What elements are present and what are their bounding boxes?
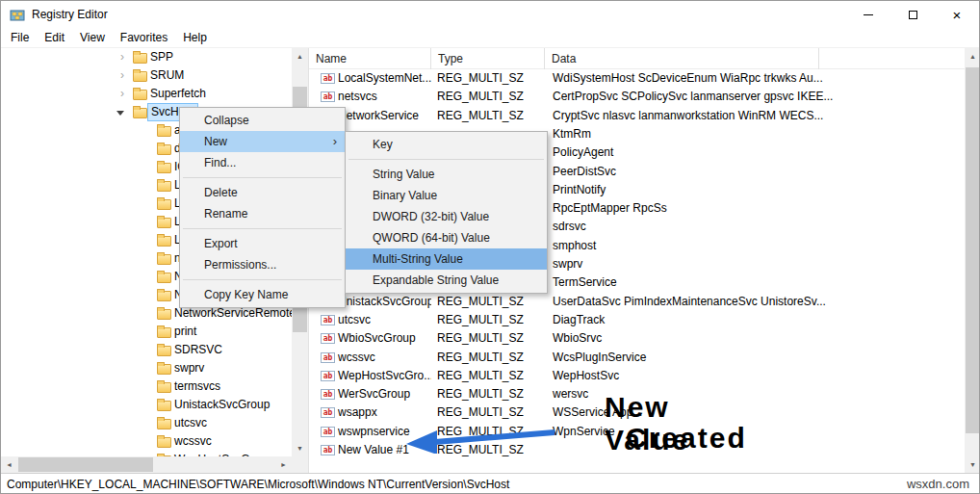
scroll-left-icon[interactable]: ◄ bbox=[1, 456, 17, 473]
selected-key-path: Computer\HKEY_LOCAL_MACHINE\SOFTWARE\Mic… bbox=[7, 478, 509, 491]
value-data: WbioSrvc bbox=[545, 329, 965, 348]
new-submenu: KeyString ValueBinary ValueDWORD (32-bit… bbox=[345, 131, 548, 294]
menu-favorites[interactable]: Favorites bbox=[113, 28, 175, 48]
value-row-wcssvc[interactable]: abwcssvc REG_MULTI_SZ WcsPlugInService bbox=[309, 349, 965, 367]
list-scrollbar-thumb[interactable] bbox=[966, 67, 980, 433]
value-data: TermService bbox=[545, 273, 965, 292]
menu-view[interactable]: View bbox=[72, 28, 113, 48]
folder-icon bbox=[157, 419, 171, 429]
menu-edit[interactable]: Edit bbox=[37, 28, 72, 48]
maximize-button[interactable] bbox=[890, 1, 935, 28]
value-row-localsystemnet[interactable]: abLocalSystemNet... REG_MULTI_SZ WdiSyst… bbox=[309, 69, 965, 88]
value-row-new-value-#1[interactable]: abNew Value #1 REG_MULTI_SZ bbox=[309, 441, 965, 459]
value-data: WpnService bbox=[545, 423, 965, 441]
tree-horizontal-scrollbar[interactable]: ◄ ► bbox=[1, 456, 292, 473]
tree-item-print[interactable]: print bbox=[1, 323, 292, 341]
tree-item-label: UnistackSvcGroup bbox=[171, 396, 272, 414]
column-header-name[interactable]: Name bbox=[309, 48, 431, 69]
reg-multi-sz-icon: ab bbox=[321, 371, 335, 381]
list-vertical-scrollbar[interactable]: ▲ ▼ bbox=[965, 48, 980, 473]
value-row-wsappx[interactable]: abwsappx REG_MULTI_SZ WSService App... bbox=[309, 403, 965, 422]
value-data: PeerDistSvc bbox=[545, 163, 965, 181]
context-menu-item-copy-key-name[interactable]: Copy Key Name bbox=[180, 284, 345, 305]
submenu-item-dword-32-bit-value[interactable]: DWORD (32-bit) Value bbox=[346, 206, 547, 227]
tree-item-label: SRUM bbox=[147, 66, 187, 85]
submenu-item-multi-string-value[interactable]: Multi-String Value bbox=[346, 248, 547, 270]
context-menu-item-collapse[interactable]: Collapse bbox=[180, 110, 345, 131]
context-menu-item-export[interactable]: Export bbox=[180, 233, 345, 254]
minimize-icon bbox=[864, 14, 873, 15]
reg-multi-sz-icon: ab bbox=[321, 407, 335, 418]
scroll-up-icon[interactable]: ▲ bbox=[292, 48, 308, 65]
folder-icon bbox=[157, 199, 171, 210]
scroll-down-icon[interactable]: ▼ bbox=[292, 440, 308, 456]
chevron-down-icon[interactable] bbox=[116, 111, 124, 116]
folder-icon bbox=[157, 273, 171, 283]
tree-item-superfetch[interactable]: › Superfetch bbox=[1, 85, 292, 103]
submenu-item-string-value[interactable]: String Value bbox=[346, 164, 547, 185]
column-header-type[interactable]: Type bbox=[431, 48, 545, 69]
value-data: WSService App... bbox=[545, 403, 965, 422]
chevron-right-icon[interactable]: › bbox=[116, 85, 128, 103]
close-button[interactable]: × bbox=[935, 1, 979, 28]
tree-item-termsvcs[interactable]: termsvcs bbox=[1, 377, 292, 396]
tree-item-sdrsvc[interactable]: SDRSVC bbox=[1, 341, 292, 359]
chevron-right-icon[interactable]: › bbox=[116, 48, 128, 66]
tree-item-spp[interactable]: › SPP bbox=[1, 48, 292, 66]
submenu-item-qword-64-bit-value[interactable]: QWORD (64-bit) Value bbox=[346, 227, 547, 248]
value-row-wersvcgroup[interactable]: abWerSvcGroup REG_MULTI_SZ wersvc bbox=[309, 385, 965, 403]
column-header-data[interactable]: Data bbox=[545, 48, 819, 69]
list-header: NameTypeData bbox=[309, 48, 965, 69]
context-menu-item-permissions[interactable]: Permissions... bbox=[180, 254, 345, 275]
value-name: abWepHostSvcGro... bbox=[309, 367, 431, 385]
context-menu-item-rename[interactable]: Rename bbox=[180, 203, 345, 224]
value-row-utcsvc[interactable]: abutcsvc REG_MULTI_SZ DiagTrack bbox=[309, 311, 965, 329]
reg-multi-sz-icon: ab bbox=[321, 73, 335, 84]
tree-item-swprv[interactable]: swprv bbox=[1, 359, 292, 377]
folder-icon bbox=[157, 364, 171, 375]
value-type: REG_MULTI_SZ bbox=[431, 403, 545, 422]
context-menu-item-delete[interactable]: Delete bbox=[180, 182, 345, 203]
menu-separator bbox=[180, 275, 345, 284]
folder-icon bbox=[157, 236, 171, 247]
value-row-netsvcs[interactable]: abnetsvcs REG_MULTI_SZ CertPropSvc SCPol… bbox=[309, 88, 965, 106]
value-row-wswpnservice[interactable]: abwswpnservice REG_MULTI_SZ WpnService bbox=[309, 423, 965, 441]
menu-help[interactable]: Help bbox=[175, 28, 215, 48]
scroll-down-icon[interactable]: ▼ bbox=[965, 456, 980, 473]
folder-icon bbox=[157, 309, 171, 320]
scroll-up-icon[interactable]: ▲ bbox=[965, 48, 980, 65]
value-type: REG_MULTI_SZ bbox=[431, 423, 545, 441]
submenu-item-key[interactable]: Key bbox=[346, 134, 547, 155]
reg-multi-sz-icon: ab bbox=[321, 389, 335, 400]
submenu-item-binary-value[interactable]: Binary Value bbox=[346, 185, 547, 206]
submenu-item-expandable-string-value[interactable]: Expandable String Value bbox=[346, 270, 547, 291]
value-data: DiagTrack bbox=[545, 311, 965, 329]
minimize-button[interactable] bbox=[846, 1, 890, 28]
folder-icon bbox=[157, 382, 171, 393]
folder-icon bbox=[157, 218, 171, 228]
value-row-unistacksvcgroup[interactable]: abUnistackSvcGroup REG_MULTI_SZ UserData… bbox=[309, 293, 965, 311]
tree-item-srum[interactable]: › SRUM bbox=[1, 66, 292, 85]
tree-item-label: SPP bbox=[147, 48, 176, 66]
tree-item-utcsvc[interactable]: utcsvc bbox=[1, 414, 292, 432]
reg-multi-sz-icon: ab bbox=[321, 352, 335, 363]
menu-file[interactable]: File bbox=[3, 28, 37, 48]
value-type: REG_MULTI_SZ bbox=[431, 367, 545, 385]
value-row-networkservice[interactable]: abNetworkService REG_MULTI_SZ CryptSvc n… bbox=[309, 107, 965, 125]
tree-item-wcssvc[interactable]: wcssvc bbox=[1, 432, 292, 451]
tree-item-unistacksvcgroup[interactable]: UnistackSvcGroup bbox=[1, 396, 292, 414]
chevron-right-icon[interactable]: › bbox=[116, 66, 128, 85]
value-name: abWbioSvcGroup bbox=[309, 329, 431, 348]
context-menu: CollapseNew›Find...DeleteRenameExportPer… bbox=[179, 107, 346, 308]
context-menu-item-find[interactable]: Find... bbox=[180, 152, 345, 173]
value-row-wephostsvcgro[interactable]: abWepHostSvcGro... REG_MULTI_SZ WepHostS… bbox=[309, 367, 965, 385]
scroll-right-icon[interactable]: ► bbox=[275, 456, 292, 473]
registry-editor-window: Registry Editor × FileEditViewFavoritesH… bbox=[0, 0, 980, 494]
value-row-wbiosvcgroup[interactable]: abWbioSvcGroup REG_MULTI_SZ WbioSrvc bbox=[309, 329, 965, 348]
value-type: REG_MULTI_SZ bbox=[431, 69, 545, 88]
value-name: abwsappx bbox=[309, 403, 431, 422]
value-type: REG_MULTI_SZ bbox=[431, 107, 545, 125]
tree-hscrollbar-thumb[interactable] bbox=[18, 457, 153, 472]
context-menu-item-new[interactable]: New› bbox=[180, 131, 345, 152]
folder-icon bbox=[157, 437, 171, 448]
